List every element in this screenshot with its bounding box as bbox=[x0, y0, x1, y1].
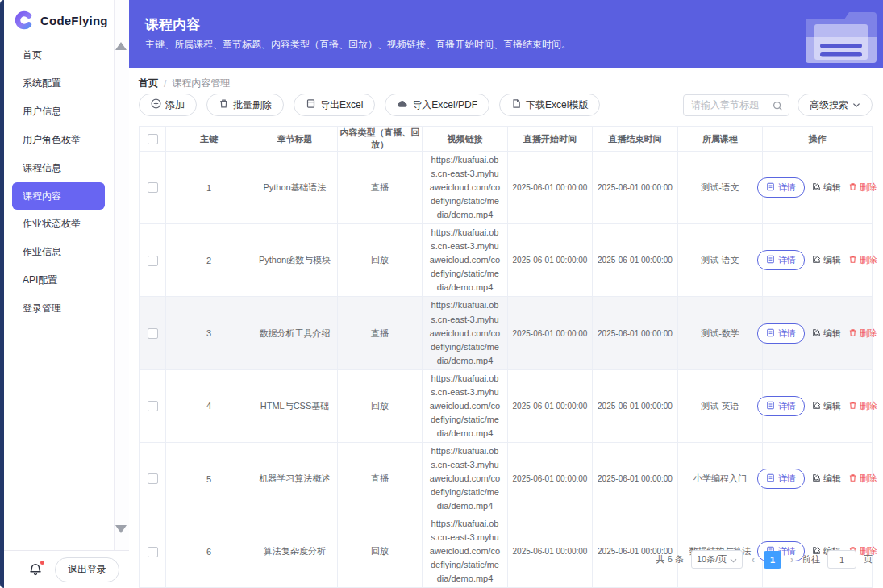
detail-button[interactable]: 详情 bbox=[757, 177, 805, 198]
delete-button-label: 删除 bbox=[860, 400, 877, 412]
logo-text: CodeFlying bbox=[40, 14, 108, 27]
sidebar-item-系统配置[interactable]: 系统配置 bbox=[4, 69, 114, 98]
cell-video-link: https://kuafuai.obs.cn-east-3.myhuaweicl… bbox=[423, 442, 508, 515]
column-header-course: 所属课程 bbox=[678, 127, 763, 152]
sidebar-item-label: API配置 bbox=[23, 273, 57, 287]
page-size-value: 10条/页 bbox=[697, 553, 727, 565]
cell-end-time: 2025-06-01 00:00:00 bbox=[593, 224, 678, 297]
detail-button[interactable]: 详情 bbox=[757, 323, 805, 344]
delete-button[interactable]: 删除 bbox=[848, 254, 877, 266]
sidebar-item-登录管理[interactable]: 登录管理 bbox=[4, 294, 114, 323]
pagination-total: 共 6 条 bbox=[656, 553, 684, 565]
edit-button-label: 编辑 bbox=[823, 473, 841, 485]
page-size-select[interactable]: 10条/页 bbox=[691, 550, 743, 569]
delete-button[interactable]: 删除 bbox=[848, 400, 877, 412]
edit-icon bbox=[812, 255, 821, 265]
logo: CodeFlying bbox=[4, 0, 114, 30]
sidebar-item-label: 登录管理 bbox=[23, 302, 61, 315]
advanced-search-button[interactable]: 高级搜索 bbox=[798, 94, 873, 116]
sidebar-item-用户角色枚举[interactable]: 用户角色枚举 bbox=[4, 126, 114, 154]
prev-page-button[interactable]: ‹ bbox=[750, 554, 756, 565]
row-checkbox[interactable] bbox=[148, 182, 158, 193]
toolbar: 添加 批量删除 导出Excel 导入Excel bbox=[139, 94, 873, 116]
codeflying-logo-icon bbox=[15, 10, 34, 30]
column-header-video: 视频链接 bbox=[423, 127, 508, 152]
detail-doc-icon bbox=[766, 255, 775, 265]
sidebar-item-作业信息[interactable]: 作业信息 bbox=[4, 238, 114, 266]
export-excel-button[interactable]: 导出Excel bbox=[294, 94, 375, 116]
cell-course: 测试-语文 bbox=[678, 152, 763, 224]
cell-end-time: 2025-06-01 00:00:00 bbox=[593, 442, 678, 515]
row-checkbox[interactable] bbox=[148, 256, 158, 266]
delete-trash-icon bbox=[848, 401, 857, 411]
edit-button[interactable]: 编辑 bbox=[812, 473, 841, 485]
download-excel-template-button[interactable]: 下载Excel模版 bbox=[499, 94, 600, 116]
cell-title: HTML与CSS基础 bbox=[252, 369, 338, 442]
column-header-actions: 操作 bbox=[763, 127, 873, 152]
row-actions: 详情 编辑 删除 bbox=[768, 396, 867, 416]
advanced-search-label: 高级搜索 bbox=[810, 98, 848, 112]
add-button[interactable]: 添加 bbox=[139, 94, 197, 116]
delete-trash-icon bbox=[848, 182, 857, 193]
import-excel-pdf-button[interactable]: 导入Excel/PDF bbox=[385, 94, 489, 116]
edit-button-label: 编辑 bbox=[823, 181, 841, 194]
edit-button[interactable]: 编辑 bbox=[812, 181, 841, 194]
detail-doc-icon bbox=[766, 473, 775, 484]
cell-id: 4 bbox=[166, 369, 252, 442]
delete-button[interactable]: 删除 bbox=[848, 473, 877, 485]
edit-button[interactable]: 编辑 bbox=[812, 400, 841, 412]
row-checkbox[interactable] bbox=[148, 401, 158, 411]
page-title: 课程内容 bbox=[145, 15, 200, 34]
detail-button[interactable]: 详情 bbox=[757, 250, 805, 270]
edit-icon bbox=[812, 328, 821, 339]
edit-button[interactable]: 编辑 bbox=[812, 327, 841, 340]
goto-unit: 页 bbox=[864, 553, 873, 565]
detail-button[interactable]: 详情 bbox=[757, 469, 805, 489]
sidebar-item-首页[interactable]: 首页 bbox=[4, 41, 114, 69]
batch-delete-button-label: 批量删除 bbox=[233, 98, 272, 112]
row-checkbox[interactable] bbox=[148, 547, 158, 557]
breadcrumb-home[interactable]: 首页 bbox=[139, 77, 158, 90]
sidebar-item-课程内容[interactable]: 课程内容 bbox=[12, 182, 105, 210]
edit-button-label: 编辑 bbox=[823, 400, 841, 412]
sidebar-item-用户信息[interactable]: 用户信息 bbox=[4, 98, 114, 126]
cell-id: 1 bbox=[166, 152, 252, 224]
batch-delete-button[interactable]: 批量删除 bbox=[206, 94, 284, 116]
cell-start-time: 2025-06-01 00:00:00 bbox=[508, 369, 593, 442]
page-number-1[interactable]: 1 bbox=[764, 551, 781, 569]
goto-label: 前往 bbox=[802, 553, 820, 565]
sidebar-item-课程信息[interactable]: 课程信息 bbox=[4, 154, 114, 182]
detail-button-label: 详情 bbox=[778, 181, 796, 194]
edit-button[interactable]: 编辑 bbox=[812, 254, 841, 266]
cloud-upload-icon bbox=[397, 99, 408, 111]
cell-type: 直播 bbox=[338, 297, 423, 369]
cell-type: 直播 bbox=[338, 442, 423, 515]
detail-doc-icon bbox=[766, 401, 775, 411]
delete-trash-icon bbox=[848, 328, 857, 339]
row-checkbox[interactable] bbox=[148, 473, 158, 484]
cell-end-time: 2025-06-01 00:00:00 bbox=[593, 369, 678, 442]
row-checkbox[interactable] bbox=[148, 328, 158, 339]
goto-page-input[interactable] bbox=[827, 550, 856, 569]
detail-button[interactable]: 详情 bbox=[757, 396, 805, 416]
column-header-type: 内容类型（直播、回放） bbox=[338, 127, 423, 152]
sidebar-scroll-down-icon[interactable] bbox=[115, 525, 127, 533]
select-all-checkbox[interactable] bbox=[148, 134, 158, 144]
column-header-end: 直播结束时间 bbox=[593, 127, 678, 152]
sidebar-item-作业状态枚举[interactable]: 作业状态枚举 bbox=[4, 210, 114, 238]
delete-button-label: 删除 bbox=[860, 181, 877, 194]
notification-bell-icon[interactable] bbox=[28, 562, 43, 577]
delete-button-label: 删除 bbox=[860, 327, 877, 340]
delete-button[interactable]: 删除 bbox=[848, 181, 877, 194]
cell-type: 回放 bbox=[338, 515, 423, 588]
search-icon[interactable] bbox=[773, 100, 783, 115]
sidebar-nav: 首页 系统配置 用户信息 用户角色枚举 课程信息 课程内容 作业状态枚举 作业信… bbox=[4, 41, 114, 323]
row-actions: 详情 编辑 删除 bbox=[768, 323, 867, 344]
delete-button[interactable]: 删除 bbox=[848, 327, 877, 340]
sidebar-item-API配置[interactable]: API配置 bbox=[4, 266, 114, 294]
next-page-button[interactable]: › bbox=[789, 554, 795, 565]
sidebar-scroll-up-icon[interactable] bbox=[115, 42, 127, 50]
logout-button[interactable]: 退出登录 bbox=[55, 557, 119, 582]
cell-video-link: https://kuafuai.obs.cn-east-3.myhuaweicl… bbox=[423, 369, 508, 442]
delete-button-label: 删除 bbox=[860, 473, 877, 485]
